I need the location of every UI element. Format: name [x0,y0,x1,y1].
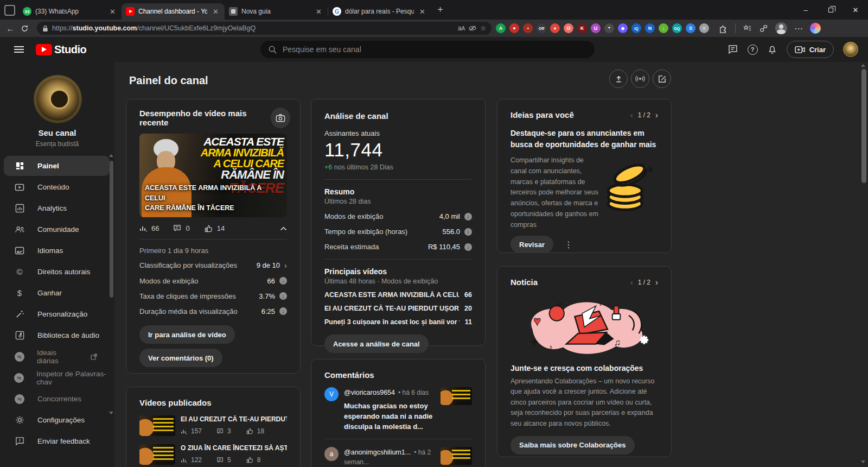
favorites-icon[interactable] [743,24,752,33]
account-avatar[interactable] [843,42,858,57]
browser-menu-icon[interactable]: ⋯ [794,23,803,34]
restore-button[interactable] [818,0,843,20]
extension-icon[interactable]: ● [509,23,519,33]
published-video-row[interactable]: EI AU CREZUT CĂ TE-AU PIERDUT UȘOR... DA… [139,415,287,436]
extension-icon[interactable]: N [645,23,655,33]
tab-new-tab[interactable]: Nova guia ✕ [225,3,328,20]
metric-row[interactable]: Classificação por visualizações 9 de 10 … [126,257,300,273]
sidebar-item-customization[interactable]: Personalização [0,304,114,325]
new-tab-button[interactable]: ＋ [436,3,445,15]
kebab-menu-icon[interactable]: ⋮ [564,239,573,250]
sidebar-item-daily-ideas[interactable]: iq Ideais diárias [0,346,114,367]
commenter-handle[interactable]: @vioricaros9654 [344,389,395,396]
sidebar-item-subtitles[interactable]: Idiomas [0,240,114,261]
refresh-icon[interactable] [21,24,33,33]
extension-icon[interactable]: Off [537,23,546,33]
channel-search[interactable] [260,41,595,58]
view-comments-button[interactable]: Ver comentários (0) [139,349,222,367]
prev-page-icon[interactable]: ‹ [630,110,633,119]
sidebar-item-settings[interactable]: Configurações [0,409,114,431]
sidebar-item-send-feedback[interactable]: Enviar feedback [0,431,114,452]
sidebar-item-keyword-inspector[interactable]: iq Inspetor de Palavras-chav [0,367,114,388]
prev-page-icon[interactable]: ‹ [630,277,633,287]
go-to-channel-analytics-button[interactable]: Acesse a análise de canal [324,335,429,353]
sidebar-item-community[interactable]: Comunidade [0,219,114,240]
channel-avatar[interactable] [34,75,82,123]
extension-icon[interactable]: * [604,23,614,33]
tab-close-icon[interactable]: ✕ [108,8,117,16]
sidebar-scroll-down-arrow[interactable] [109,412,113,414]
sidebar-item-content[interactable]: Conteúdo [0,176,114,198]
published-video-row[interactable]: O ZIUA ÎN CARE ÎNCETEZI SĂ AȘTEPȚI DEVIN… [139,444,287,465]
learn-more-collaborations-button[interactable]: Saiba mais sobre Colaborações [510,436,635,455]
extensions-puzzle-icon[interactable] [719,24,728,33]
create-video-icon [795,46,805,54]
go-live-button[interactable] [631,70,649,88]
extension-icon[interactable]: O [564,23,573,33]
next-page-icon[interactable]: › [655,277,658,287]
extension-icon[interactable]: ▪ [523,23,533,33]
review-button[interactable]: Revisar [510,236,553,253]
sidebar-item-audio-library[interactable]: Biblioteca de áudio [0,325,114,346]
video-thumbnail[interactable]: ACEASTA ESTE ARMA INVIZIBILĂ A CELUI CAR… [139,134,287,217]
extension-icon[interactable]: K [577,23,587,33]
hamburger-menu-icon[interactable] [14,46,24,53]
comment-row[interactable]: a @anonimgcshilium1...• há 2 seman... [324,439,472,467]
send-feedback-icon[interactable] [727,44,738,55]
extension-icon[interactable]: ♦ [550,23,560,33]
share-icon[interactable] [759,24,768,33]
sidebar-item-earn[interactable]: $ Ganhar [0,282,114,304]
extension-icon[interactable]: ≡ [699,23,709,33]
go-to-video-analytics-button[interactable]: Ir para análise de vídeo [139,325,235,344]
subtitles-icon [14,247,25,255]
sidebar-scrollbar[interactable] [110,161,113,298]
close-button[interactable]: ✕ [843,0,868,20]
sidebar-item-dashboard[interactable]: Painel [0,155,114,176]
top-video-row[interactable]: EI AU CREZUT CĂ TE-AU PIERDUT UȘOR... DA… [324,305,472,312]
next-page-icon[interactable]: › [655,110,658,119]
extension-icon[interactable]: ◆ [618,23,628,33]
page-scroll-up-arrow[interactable] [861,64,865,67]
sidebar-scroll-up-arrow[interactable] [109,154,113,157]
tab-youtube-studio[interactable]: Channel dashboard - YouTube Stu ✕ [122,3,225,20]
sidebar-item-competitors[interactable]: iq Concorrentes [0,388,114,409]
comment-row[interactable]: V @vioricaros9654• há 6 dias Muchas grac… [324,380,472,439]
camera-button[interactable] [271,108,290,128]
tab-google-search[interactable]: G dólar para reais - Pesquisa Google ✕ [328,3,431,20]
extension-icon[interactable]: S [686,23,695,33]
sidebar-item-copyright[interactable]: © Direitos autorais [0,261,114,282]
tab-close-icon[interactable]: ✕ [211,8,220,16]
minimize-button[interactable]: – [793,0,818,20]
search-input[interactable] [283,45,587,54]
tab-close-icon[interactable]: ✕ [418,8,427,16]
extension-icon[interactable]: iQ [631,23,641,33]
upload-video-button[interactable] [609,70,628,88]
extension-icon[interactable]: DQ [672,23,682,33]
extension-icon[interactable]: ↓ [659,23,668,33]
create-button[interactable]: Criar [787,41,834,58]
copilot-icon[interactable] [810,23,821,34]
collapse-chevron-icon[interactable] [280,226,287,231]
tab-actions-icon[interactable] [4,5,15,16]
back-icon[interactable]: ← [4,24,16,33]
translate-icon[interactable]: aA [458,24,465,32]
edit-button[interactable] [653,70,671,88]
page-scrollbar[interactable] [861,69,866,183]
commenter-handle[interactable]: @anonimgcshilium1... [344,449,411,456]
eye-off-icon[interactable] [469,25,476,31]
toolbar-separator [735,23,736,33]
notifications-bell-icon[interactable] [767,44,777,55]
top-video-row[interactable]: Puneți 3 cuișoare în acest loc și banii … [324,318,472,326]
youtube-studio-logo[interactable]: Studio [36,43,86,56]
bookmark-star-icon[interactable]: ☆ [480,24,486,32]
extension-icon[interactable]: A [496,23,506,33]
page-scroll-down-arrow[interactable] [861,460,865,463]
browser-profile-avatar[interactable] [775,22,787,34]
extension-icon[interactable]: U [591,23,601,33]
address-bar[interactable]: https://studio.youtube.com/channel/UC5uk… [37,22,492,35]
sidebar-item-analytics[interactable]: Analytics [0,198,114,219]
tab-close-icon[interactable]: ✕ [314,8,323,16]
tab-whatsapp[interactable]: 33 (33) WhatsApp ✕ [18,3,122,20]
help-icon[interactable]: ? [748,45,758,55]
top-video-row[interactable]: ACEASTA ESTE ARMA INVIZIBILĂ A CELUI CAR… [324,291,472,299]
